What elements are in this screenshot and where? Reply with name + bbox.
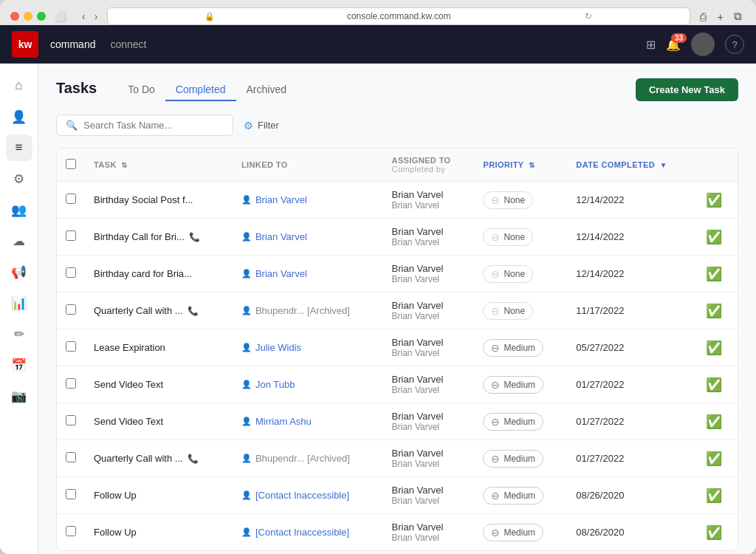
task-name-cell: Birthday Social Post f... <box>94 194 224 205</box>
table-row: Lease Expiration 👤 Julie Widis Brian Var… <box>57 329 738 366</box>
grid-icon-btn[interactable]: ⊞ <box>646 38 656 52</box>
sidebar-edit[interactable]: ✏ <box>6 321 32 347</box>
forward-btn[interactable]: › <box>91 9 102 24</box>
tabs-btn[interactable]: ⧉ <box>730 8 746 24</box>
filter-button[interactable]: ⚙ Filter <box>244 120 279 131</box>
task-name-cell: Send Video Text <box>94 379 224 390</box>
date-completed-cell: 05/27/2022 <box>567 329 697 366</box>
assignee-cell: Brian Varvel Brian Varvel <box>392 263 466 284</box>
task-name-cell: Birthday card for Bria... <box>94 268 224 279</box>
share-btn[interactable]: ⎙ <box>696 9 710 24</box>
completed-by-name: Brian Varvel <box>392 459 466 469</box>
linked-contact-name[interactable]: [Contact Inaccessible] <box>255 490 349 501</box>
linked-contact-name[interactable]: [Contact Inaccessible] <box>255 527 349 538</box>
assigned-to-name: Brian Varvel <box>392 411 466 422</box>
col-date-completed[interactable]: DATE COMPLETED ▼ <box>567 148 697 182</box>
minimize-traffic-light[interactable] <box>24 12 32 21</box>
nav-connect[interactable]: connect <box>110 38 146 50</box>
sidebar-analytics[interactable]: 📊 <box>6 290 32 316</box>
back-btn[interactable]: ‹ <box>78 9 89 24</box>
row-checkbox-6[interactable] <box>66 415 76 425</box>
task-name-cell: Send Video Text <box>94 416 224 427</box>
address-bar[interactable]: 🔒 console.command.kw.com ↻ <box>107 7 690 25</box>
col-assigned-to: ASSIGNED TOCompleted by <box>383 148 475 182</box>
priority-dot-icon: ⊖ <box>491 342 500 354</box>
help-btn[interactable]: ? <box>725 35 744 54</box>
priority-badge: ⊖ None <box>483 302 533 320</box>
completed-check-icon: ✅ <box>706 377 722 392</box>
new-tab-btn[interactable]: + <box>713 9 727 24</box>
completed-by-name: Brian Varvel <box>392 533 466 543</box>
tasks-title-area: Tasks To Do Completed Archived <box>56 79 297 101</box>
assigned-to-name: Brian Varvel <box>392 485 466 496</box>
assigned-to-name: Brian Varvel <box>392 226 466 237</box>
create-task-button[interactable]: Create New Task <box>636 78 738 101</box>
tab-todo[interactable]: To Do <box>117 79 165 101</box>
search-input[interactable] <box>83 120 224 131</box>
linked-contact-icon: 👤 <box>241 306 252 315</box>
row-checkbox-9[interactable] <box>66 526 76 536</box>
maximize-traffic-light[interactable] <box>37 12 46 21</box>
priority-badge: ⊖ None <box>483 228 533 246</box>
linked-to-cell: 👤 Brian Varvel <box>241 194 374 205</box>
row-checkbox-0[interactable] <box>66 194 76 204</box>
sidebar-people[interactable]: 👥 <box>6 196 32 223</box>
linked-contact-name[interactable]: Brian Varvel <box>255 231 307 242</box>
sidebar-toggle-btn[interactable]: ⬜ <box>52 10 69 24</box>
table-row: Quarterly Call with ... 📞 👤 Bhupendr... … <box>57 440 738 477</box>
completed-by-name: Brian Varvel <box>392 311 466 321</box>
row-checkbox-1[interactable] <box>66 230 76 241</box>
sidebar-contacts[interactable]: 👤 <box>6 103 32 130</box>
linked-to-cell: 👤 Brian Varvel <box>241 268 374 279</box>
linked-contact-name[interactable]: Mirriam Ashu <box>255 416 312 427</box>
completed-by-name: Brian Varvel <box>392 385 466 395</box>
table-row: Birthday Call for Bri... 📞 👤 Brian Varve… <box>57 219 738 256</box>
sidebar-cloud[interactable]: ☁ <box>6 228 32 254</box>
tab-archived[interactable]: Archived <box>236 79 297 101</box>
nav-command[interactable]: command <box>50 38 95 50</box>
linked-to-cell: 👤 Bhupendr... [Archived] <box>241 453 374 464</box>
sidebar-camera[interactable]: 📷 <box>6 383 32 409</box>
select-all-checkbox[interactable] <box>66 159 76 169</box>
task-type-icon: 📞 <box>188 454 199 464</box>
table-row: Quarterly Call with ... 📞 👤 Bhupendr... … <box>57 293 738 329</box>
assignee-cell: Brian Varvel Brian Varvel <box>392 189 466 211</box>
filter-label: Filter <box>258 120 279 131</box>
completed-by-name: Brian Varvel <box>392 274 466 284</box>
row-checkbox-5[interactable] <box>66 378 76 389</box>
linked-contact-name[interactable]: Brian Varvel <box>255 194 307 205</box>
row-checkbox-8[interactable] <box>66 489 76 499</box>
task-type-icon: 📞 <box>189 232 200 242</box>
row-checkbox-7[interactable] <box>66 452 76 462</box>
sidebar-settings[interactable]: ⚙ <box>6 165 32 192</box>
sidebar-megaphone[interactable]: 📢 <box>6 259 32 285</box>
completed-by-name: Brian Varvel <box>392 422 466 432</box>
linked-contact-name[interactable]: Bhupendr... [Archived] <box>255 305 350 316</box>
row-checkbox-4[interactable] <box>66 341 76 352</box>
completed-check-icon: ✅ <box>706 267 722 281</box>
table-row: Follow Up 👤 [Contact Inaccessible] Brian… <box>57 514 738 551</box>
user-avatar[interactable] <box>691 33 715 56</box>
row-checkbox-3[interactable] <box>66 304 76 315</box>
assigned-to-name: Brian Varvel <box>392 374 466 385</box>
sidebar-calendar[interactable]: 📅 <box>6 352 32 378</box>
row-checkbox-2[interactable] <box>66 267 76 278</box>
sidebar-tasks[interactable]: ≡ <box>6 134 32 161</box>
col-task: TASK ⇅ <box>85 148 233 182</box>
notification-badge: 33 <box>671 33 687 43</box>
col-priority[interactable]: PRIORITY ⇅ <box>474 148 567 182</box>
linked-contact-icon: 👤 <box>241 454 252 463</box>
linked-contact-name[interactable]: Bhupendr... [Archived] <box>255 453 350 464</box>
tab-completed[interactable]: Completed <box>165 79 236 101</box>
sidebar-home[interactable]: ⌂ <box>6 72 32 99</box>
completed-by-name: Brian Varvel <box>392 200 466 211</box>
completed-check-icon: ✅ <box>706 488 722 503</box>
close-traffic-light[interactable] <box>10 12 19 21</box>
linked-contact-name[interactable]: Julie Widis <box>255 342 301 353</box>
table-row: Birthday card for Bria... 👤 Brian Varvel… <box>57 256 738 293</box>
table-row: Follow Up 👤 [Contact Inaccessible] Brian… <box>57 477 738 514</box>
assignee-cell: Brian Varvel Brian Varvel <box>392 448 466 469</box>
linked-contact-name[interactable]: Brian Varvel <box>255 268 307 279</box>
linked-contact-name[interactable]: Jon Tubb <box>255 379 295 390</box>
task-name-cell: Follow Up <box>94 490 224 501</box>
